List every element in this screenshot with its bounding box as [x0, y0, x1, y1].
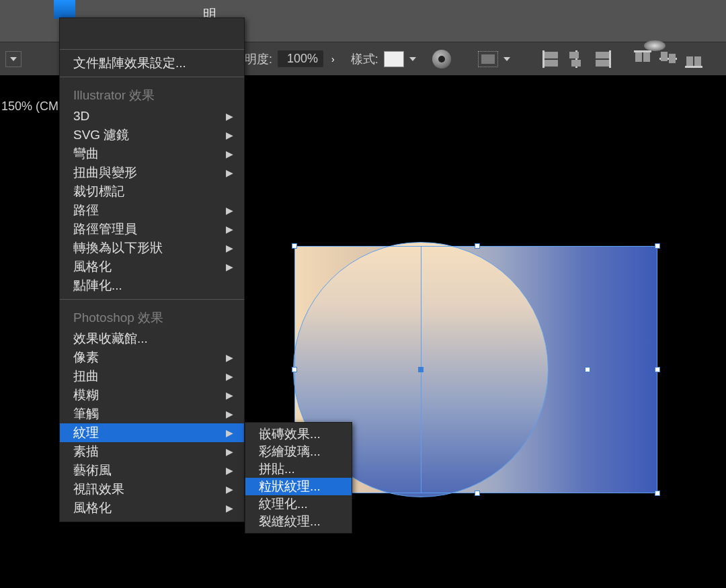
menu-item[interactable]: 嵌磚效果...: [245, 425, 352, 443]
menu-item[interactable]: SVG 濾鏡▶: [60, 126, 244, 144]
isolate-dropdown-caret[interactable]: [503, 57, 510, 61]
menu-item-label: 彩繪玻璃...: [259, 443, 321, 460]
submenu-arrow-icon: ▶: [218, 503, 233, 513]
isolate-selected-icon[interactable]: [478, 51, 498, 67]
menu-item-label: 3D: [73, 109, 89, 124]
handle-tl[interactable]: [292, 243, 297, 249]
align-left-icon[interactable]: [542, 50, 560, 68]
profile-dropdown[interactable]: [5, 51, 22, 67]
menu-item-label: 扭曲與變形: [73, 164, 137, 181]
chevron-right-icon[interactable]: ›: [331, 54, 335, 65]
menu-item[interactable]: 扭曲與變形▶: [60, 163, 244, 182]
menu-item[interactable]: 點陣化...: [60, 276, 244, 295]
texture-submenu: 嵌磚效果...彩繪玻璃...拼貼...粒狀紋理...紋理化...裂縫紋理...: [245, 422, 352, 534]
submenu-arrow-icon: ▶: [218, 243, 233, 253]
menu-item-label: 點陣化...: [73, 277, 122, 294]
menu-item-raster-settings[interactable]: 文件點陣效果設定...: [60, 54, 244, 73]
menu-item-label: 拼貼...: [259, 460, 295, 478]
handle-br[interactable]: [655, 491, 660, 496]
menu-item[interactable]: 筆觸▶: [60, 405, 244, 423]
menu-item[interactable]: 紋理化...: [245, 495, 352, 513]
menu-item-label: 扭曲: [73, 368, 99, 385]
menu-item[interactable]: 像素▶: [60, 348, 244, 367]
menu-item-last-effect[interactable]: [60, 32, 244, 45]
effects-menu: 文件點陣效果設定... Illustrator 效果 3D▶SVG 濾鏡▶彎曲▶…: [59, 17, 245, 522]
menu-item-label: 像素: [73, 349, 99, 366]
submenu-arrow-icon: ▶: [218, 465, 233, 476]
align-icons: [542, 50, 702, 68]
menu-item[interactable]: 3D▶: [60, 107, 244, 126]
menu-item-label: 藝術風: [73, 462, 112, 479]
submenu-arrow-icon: ▶: [218, 390, 233, 401]
menu-item-label: 視訊效果: [73, 480, 124, 498]
menu-item[interactable]: 拼貼...: [245, 460, 352, 478]
align-right-icon[interactable]: [594, 50, 611, 68]
menu-section-illustrator: Illustrator 效果: [60, 81, 244, 107]
active-menu-tab[interactable]: [54, 0, 75, 19]
menu-item-label: 裁切標記: [73, 183, 124, 200]
menu-item-label: 效果收藏館...: [73, 330, 148, 347]
submenu-arrow-icon: ▶: [218, 111, 233, 122]
menu-item[interactable]: 模糊▶: [60, 386, 244, 405]
style-swatch[interactable]: [384, 51, 404, 67]
submenu-arrow-icon: ▶: [218, 149, 233, 159]
align-top-icon[interactable]: [634, 50, 651, 68]
menu-item[interactable]: 扭曲▶: [60, 367, 244, 386]
menu-item-label: 嵌磚效果...: [259, 425, 321, 443]
menu-item-label: 路徑管理員: [73, 220, 137, 238]
menu-item-label: 紋理化...: [259, 495, 308, 513]
handle-mmr[interactable]: [585, 367, 590, 372]
handle-bc[interactable]: [475, 491, 480, 496]
menu-item[interactable]: 粒狀紋理...: [245, 478, 352, 495]
menu-separator: [60, 77, 244, 77]
menu-item-label: 粒狀紋理...: [259, 478, 321, 495]
menu-item[interactable]: 裂縫紋理...: [245, 513, 352, 530]
submenu-arrow-icon: ▶: [218, 427, 233, 438]
menu-item-label: 彎曲: [73, 145, 99, 163]
submenu-arrow-icon: ▶: [218, 352, 233, 363]
submenu-arrow-icon: ▶: [218, 224, 233, 235]
submenu-arrow-icon: ▶: [218, 205, 233, 216]
menu-item-apply-last[interactable]: [60, 18, 244, 32]
menu-item[interactable]: 素描▶: [60, 442, 244, 461]
menu-item-label: 路徑: [73, 202, 99, 219]
opacity-value[interactable]: 100%: [278, 50, 323, 67]
submenu-arrow-icon: ▶: [218, 130, 233, 140]
menu-item-label: 模糊: [73, 386, 99, 404]
submenu-arrow-icon: ▶: [218, 409, 233, 419]
submenu-arrow-icon: ▶: [218, 371, 233, 382]
align-vcenter-icon[interactable]: [659, 50, 677, 68]
menu-item-label: SVG 濾鏡: [73, 126, 129, 144]
menu-item-label: 筆觸: [73, 405, 99, 423]
graphic-style-icon[interactable]: [432, 50, 451, 69]
menu-item[interactable]: 紋理▶: [60, 423, 244, 442]
menu-separator: [60, 299, 244, 300]
menu-separator: [60, 49, 244, 50]
handle-tr[interactable]: [655, 243, 660, 249]
menu-item[interactable]: 彩繪玻璃...: [245, 443, 352, 460]
handle-ml[interactable]: [292, 367, 297, 372]
menu-item[interactable]: 裁切標記: [60, 182, 244, 201]
menu-item[interactable]: 轉換為以下形狀▶: [60, 239, 244, 257]
handle-center[interactable]: [418, 367, 424, 372]
align-bottom-icon[interactable]: [685, 50, 702, 68]
menu-item[interactable]: 彎曲▶: [60, 144, 244, 163]
style-dropdown-caret[interactable]: [409, 57, 416, 61]
menu-item[interactable]: 風格化▶: [60, 257, 244, 276]
menu-item[interactable]: 藝術風▶: [60, 461, 244, 480]
style-label: 樣式:: [351, 51, 378, 67]
handle-tc[interactable]: [475, 243, 480, 249]
submenu-arrow-icon: ▶: [218, 446, 233, 457]
menu-item-label: 轉換為以下形狀: [73, 239, 163, 257]
align-hcenter-icon[interactable]: [568, 50, 586, 68]
menu-item[interactable]: 效果收藏館...: [60, 329, 244, 348]
menu-item[interactable]: 路徑管理員▶: [60, 220, 244, 239]
handle-mr[interactable]: [655, 367, 660, 372]
menu-section-photoshop: Photoshop 效果: [60, 304, 244, 329]
menu-item[interactable]: 路徑▶: [60, 201, 244, 220]
menu-item-label: 風格化: [73, 499, 112, 517]
submenu-arrow-icon: ▶: [218, 484, 233, 495]
menu-item-label: 裂縫紋理...: [259, 513, 321, 530]
menu-item[interactable]: 風格化▶: [60, 499, 244, 517]
menu-item[interactable]: 視訊效果▶: [60, 480, 244, 499]
